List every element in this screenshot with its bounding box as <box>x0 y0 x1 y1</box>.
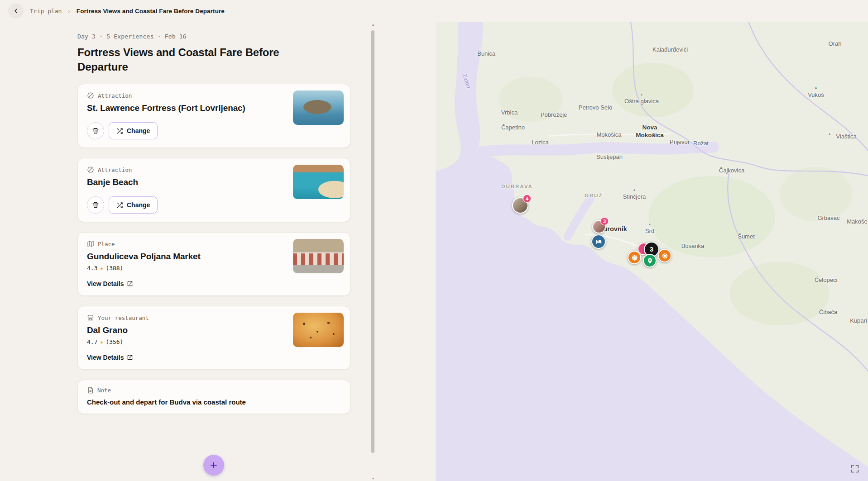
external-link-icon <box>127 354 133 361</box>
map-icon <box>87 240 94 248</box>
breadcrumb-trip-plan[interactable]: Trip plan <box>30 8 62 14</box>
change-label: Change <box>127 127 150 134</box>
change-button[interactable]: Change <box>109 196 158 214</box>
trash-icon <box>92 127 99 134</box>
chevron-left-icon <box>12 7 19 14</box>
map-marker-photo[interactable]: 4 <box>512 197 528 214</box>
fullscreen-button[interactable] <box>849 463 861 475</box>
card-type-label: Attraction <box>98 167 132 173</box>
review-count: (388) <box>106 265 123 271</box>
shuffle-icon <box>116 128 123 134</box>
card-thumbnail[interactable] <box>293 239 344 273</box>
delete-button[interactable] <box>87 122 104 139</box>
view-details-link[interactable]: View Details <box>87 280 133 287</box>
scrollbar-thumb[interactable] <box>371 30 374 453</box>
card-thumbnail[interactable] <box>293 313 344 347</box>
expand-icon <box>850 464 859 473</box>
itinerary-card-restaurant[interactable]: Your restaurant Dal Grano 4.7 ★ (356) Vi… <box>77 306 350 370</box>
view-details-link[interactable]: View Details <box>87 354 133 361</box>
note-text: Check-out and depart for Budva via coast… <box>87 398 341 406</box>
itinerary-card-market[interactable]: Place Gunduliceva Poljana Market 4.3 ★ (… <box>77 232 350 296</box>
marker-count-badge: 3 <box>600 217 609 225</box>
card-type-label: Place <box>98 241 115 248</box>
card-title: Gunduliceva Poljana Market <box>87 252 264 262</box>
panel-scrollbar[interactable]: ▲ ▼ <box>370 22 376 481</box>
breadcrumb-separator-icon: › <box>68 8 70 14</box>
delete-button[interactable] <box>87 196 104 214</box>
rating-value: 4.3 <box>87 265 97 271</box>
itinerary-card-note[interactable]: Note Check-out and depart for Budva via … <box>77 380 350 414</box>
card-title: Dal Grano <box>87 325 264 335</box>
card-type-row: Note <box>87 387 341 394</box>
note-icon <box>87 387 94 394</box>
page-title: Fortress Views and Coastal Fare Before D… <box>77 45 304 74</box>
map-marker-layer: 433 <box>436 22 868 481</box>
map-marker-green[interactable] <box>643 254 657 267</box>
itinerary-card-fortress[interactable]: Attraction St. Lawrence Fortress (Fort L… <box>77 84 350 148</box>
card-type-label: Attraction <box>98 92 132 99</box>
map-canvas[interactable]: BunicaZatonKalađurđevićiOrah▲Vukoš▲Oštra… <box>436 22 868 481</box>
map-marker-photo-sm[interactable]: 3 <box>592 220 606 233</box>
scroll-up-arrow[interactable]: ▲ <box>370 23 376 26</box>
star-icon: ★ <box>100 338 103 345</box>
itinerary-card-beach[interactable]: Attraction Banje Beach Change <box>77 158 350 222</box>
back-button[interactable] <box>8 3 24 19</box>
external-link-icon <box>127 281 133 287</box>
restaurant-icon <box>87 314 94 321</box>
review-count: (356) <box>106 338 123 345</box>
breadcrumb-current-page: Fortress Views and Coastal Fare Before D… <box>77 8 225 14</box>
shuffle-icon <box>116 202 123 209</box>
card-type-label: Your restaurant <box>98 314 149 321</box>
marker-count-badge: 4 <box>523 195 531 203</box>
scroll-down-arrow[interactable]: ▼ <box>370 477 376 480</box>
card-thumbnail[interactable] <box>293 165 344 199</box>
day-meta: Day 3 · 5 Experiences · Feb 16 <box>77 33 350 40</box>
view-details-label: View Details <box>87 280 124 287</box>
change-button[interactable]: Change <box>109 122 158 139</box>
map-marker-lodging[interactable] <box>591 234 606 249</box>
card-thumbnail[interactable] <box>293 90 344 125</box>
map-marker-attraction[interactable] <box>628 251 641 264</box>
card-title: St. Lawrence Fortress (Fort Lovrijenac) <box>87 103 264 113</box>
plus-icon <box>209 461 218 470</box>
view-details-label: View Details <box>87 354 124 361</box>
top-header: Trip plan › Fortress Views and Coastal F… <box>0 0 868 22</box>
map-marker-attraction[interactable] <box>658 249 671 262</box>
change-label: Change <box>127 201 150 209</box>
star-icon: ★ <box>100 265 103 271</box>
attraction-icon <box>87 166 94 173</box>
card-type-label: Note <box>97 387 111 394</box>
rating-value: 4.7 <box>87 338 97 345</box>
add-experience-button[interactable] <box>203 455 224 476</box>
card-title: Banje Beach <box>87 177 264 187</box>
trash-icon <box>92 201 99 209</box>
attraction-icon <box>87 92 94 99</box>
